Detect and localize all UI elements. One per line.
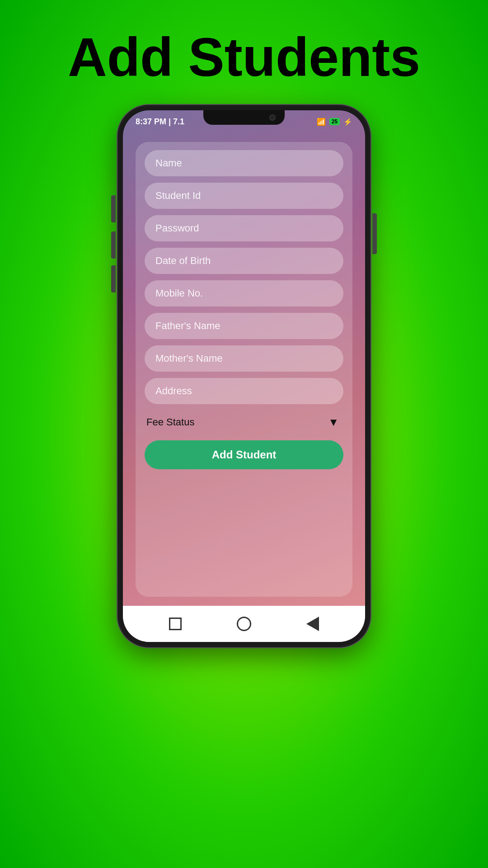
mobile-input[interactable] (145, 280, 343, 307)
password-input[interactable] (145, 215, 343, 241)
status-time: 8:37 PM | 7.1 (136, 117, 184, 127)
mother-name-input[interactable] (145, 345, 343, 372)
chevron-down-icon: ▼ (328, 416, 339, 429)
dob-input[interactable] (145, 248, 343, 274)
back-button[interactable] (305, 616, 321, 632)
page-title: Add Students (68, 27, 420, 87)
square-icon (169, 618, 182, 630)
student-id-input[interactable] (145, 183, 343, 209)
fee-status-label: Fee Status (146, 416, 194, 428)
form-card: Fee Status ▼ Add Student (136, 142, 352, 597)
circle-icon (237, 617, 251, 631)
add-student-button[interactable]: Add Student (145, 440, 343, 469)
father-name-input[interactable] (145, 313, 343, 339)
recent-apps-button[interactable] (167, 616, 183, 632)
triangle-icon (306, 617, 319, 631)
wifi-icon: 📶 (317, 118, 326, 126)
nav-bar (123, 606, 365, 642)
form-container: Fee Status ▼ Add Student (123, 133, 365, 606)
notch (203, 110, 285, 125)
address-input[interactable] (145, 378, 343, 404)
status-bar: 8:37 PM | 7.1 📶 25 ⚡ (123, 110, 365, 133)
status-icons: 📶 25 ⚡ (317, 118, 352, 126)
home-button[interactable] (236, 616, 252, 632)
name-input[interactable] (145, 150, 343, 176)
bolt-icon: ⚡ (343, 118, 352, 126)
fee-status-dropdown[interactable]: Fee Status ▼ (145, 410, 343, 434)
camera-icon (269, 114, 276, 121)
phone-shell: 8:37 PM | 7.1 📶 25 ⚡ (117, 105, 371, 647)
battery-badge: 25 (329, 118, 340, 125)
phone-screen: 8:37 PM | 7.1 📶 25 ⚡ (123, 110, 365, 642)
